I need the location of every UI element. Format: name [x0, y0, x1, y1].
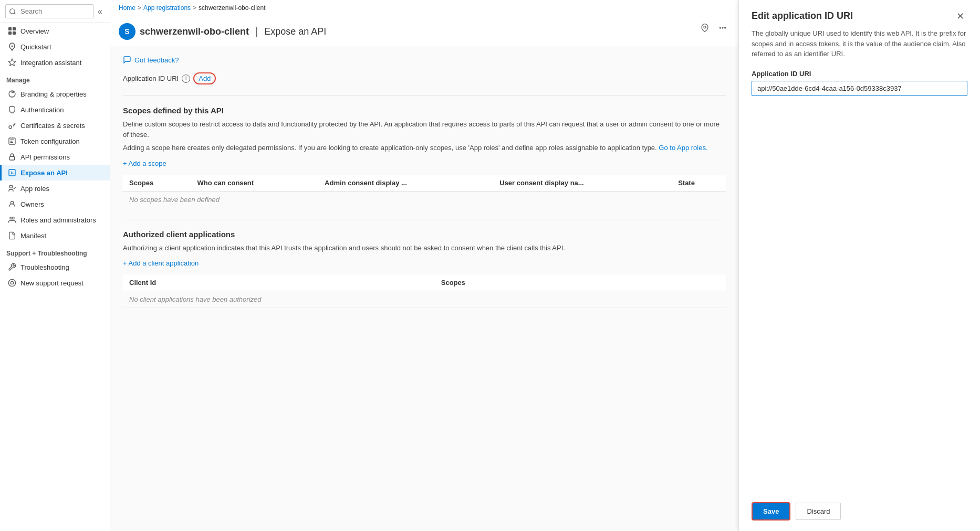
svg-rect-0: [8, 27, 12, 30]
search-container: «: [0, 0, 110, 23]
save-button[interactable]: Save: [752, 502, 790, 521]
app-id-uri-input[interactable]: [752, 81, 967, 96]
col-scopes: Scopes: [123, 175, 191, 192]
svg-point-15: [8, 279, 15, 286]
people-icon: [8, 216, 16, 224]
svg-point-20: [725, 27, 726, 28]
collapse-button[interactable]: «: [96, 6, 105, 17]
authorized-desc: Authorizing a client application indicat…: [123, 243, 726, 253]
sidebar-item-label: Token configuration: [20, 137, 80, 145]
panel-desc: The globally unique URI used to identify…: [752, 28, 967, 59]
sidebar-item-label: Roles and administrators: [20, 216, 96, 224]
col-state: State: [672, 175, 726, 192]
breadcrumb-sep2: >: [193, 4, 196, 12]
divider-1: [123, 95, 726, 95]
sidebar-item-certificates[interactable]: Certificates & secrets: [0, 118, 110, 133]
col-who-consent: Who can consent: [191, 175, 318, 192]
app-id-uri-row: Application ID URI i Add: [123, 72, 726, 84]
sidebar-item-label: Authentication: [20, 106, 64, 114]
sidebar-item-app-roles[interactable]: App roles: [0, 180, 110, 196]
svg-point-14: [12, 217, 14, 219]
authorized-title: Authorized client applications: [123, 230, 726, 239]
svg-point-6: [12, 91, 13, 93]
discard-button[interactable]: Discard: [796, 503, 841, 520]
svg-point-19: [722, 27, 723, 28]
page-header: S schwerzenwil-obo-client | Expose an AP…: [110, 16, 738, 47]
api-icon: [8, 168, 16, 177]
search-input[interactable]: [5, 4, 93, 18]
svg-point-16: [11, 281, 13, 284]
breadcrumb-sep1: >: [138, 4, 141, 12]
feedback-text: Got feedback?: [134, 56, 179, 64]
sidebar: « Overview Quickstart Integration assist…: [0, 0, 110, 531]
add-link[interactable]: Add: [193, 72, 216, 84]
sidebar-item-label: Branding & properties: [20, 90, 87, 98]
page-subtitle: Expose an API: [264, 26, 326, 37]
feedback-bar[interactable]: Got feedback?: [123, 56, 726, 64]
scopes-table: Scopes Who can consent Admin consent dis…: [123, 175, 726, 208]
rocket-icon: [8, 43, 16, 51]
add-scope-button[interactable]: + Add a scope: [123, 156, 166, 171]
edit-panel: Edit application ID URI ✕ The globally u…: [738, 0, 980, 531]
svg-rect-1: [13, 27, 16, 30]
breadcrumb-home[interactable]: Home: [119, 4, 135, 12]
col-user-consent: User consent display na...: [493, 175, 672, 192]
header-title-group: S schwerzenwil-obo-client | Expose an AP…: [119, 23, 695, 40]
sidebar-item-quickstart[interactable]: Quickstart: [0, 39, 110, 55]
content-area: Got feedback? Application ID URI i Add S…: [110, 47, 738, 531]
sidebar-item-label: Owners: [20, 200, 44, 208]
svg-marker-5: [8, 59, 15, 66]
svg-point-17: [704, 26, 706, 28]
sidebar-item-integration-assistant[interactable]: Integration assistant: [0, 55, 110, 70]
manage-section-label: Manage: [0, 70, 110, 86]
sidebar-item-api-permissions[interactable]: API permissions: [0, 149, 110, 165]
grid-icon: [8, 27, 16, 35]
col-client-id: Client Id: [123, 274, 435, 291]
sidebar-item-manifest[interactable]: Manifest: [0, 228, 110, 243]
sidebar-item-troubleshooting[interactable]: Troubleshooting: [0, 259, 110, 275]
support-section-label: Support + Troubleshooting: [0, 243, 110, 259]
sidebar-item-owners[interactable]: Owners: [0, 196, 110, 212]
sidebar-item-label: Certificates & secrets: [20, 122, 85, 130]
sidebar-item-label: Manifest: [20, 232, 46, 240]
sidebar-item-label: Troubleshooting: [20, 263, 69, 271]
person-icon: [8, 200, 16, 208]
key-icon: [8, 121, 16, 130]
sidebar-item-new-support[interactable]: New support request: [0, 275, 110, 291]
sidebar-item-token-config[interactable]: Token configuration: [0, 133, 110, 149]
sidebar-item-label: App roles: [20, 185, 49, 193]
star-icon: [8, 58, 16, 67]
paint-icon: [8, 90, 16, 98]
wrench-icon: [8, 263, 16, 271]
svg-point-18: [720, 27, 721, 28]
sidebar-item-authentication[interactable]: Authentication: [0, 102, 110, 118]
sidebar-item-expose-api[interactable]: Expose an API: [0, 165, 110, 180]
breadcrumb-app-registrations[interactable]: App registrations: [143, 4, 191, 12]
pin-button[interactable]: [697, 22, 712, 36]
panel-close-button[interactable]: ✕: [953, 10, 967, 22]
roles-icon: [8, 184, 16, 193]
scopes-empty-row: No scopes have been defined: [123, 191, 726, 208]
add-client-button[interactable]: + Add a client application: [123, 256, 199, 270]
breadcrumb-app-name: schwerzenwil-obo-client: [199, 4, 265, 12]
svg-rect-2: [8, 31, 12, 35]
app-icon: S: [119, 23, 135, 40]
sidebar-item-label: Expose an API: [20, 169, 68, 177]
sidebar-item-overview[interactable]: Overview: [0, 23, 110, 39]
svg-point-11: [9, 185, 12, 188]
sidebar-item-roles-admins[interactable]: Roles and administrators: [0, 212, 110, 228]
breadcrumb: Home > App registrations > schwerzenwil-…: [110, 0, 738, 16]
panel-footer: Save Discard: [752, 490, 967, 521]
app-roles-link[interactable]: Go to App roles.: [659, 144, 707, 152]
col-admin-consent: Admin consent display ...: [318, 175, 493, 192]
sidebar-item-branding[interactable]: Branding & properties: [0, 86, 110, 102]
sidebar-item-label: Integration assistant: [20, 59, 81, 67]
shield-icon: [8, 105, 16, 114]
token-icon: [8, 137, 16, 145]
page-title: schwerzenwil-obo-client: [140, 26, 249, 37]
sidebar-item-label: API permissions: [20, 153, 70, 161]
doc-icon: [8, 231, 16, 240]
panel-title: Edit application ID URI: [752, 10, 853, 22]
more-options-button[interactable]: [715, 22, 730, 36]
svg-rect-9: [9, 156, 14, 160]
